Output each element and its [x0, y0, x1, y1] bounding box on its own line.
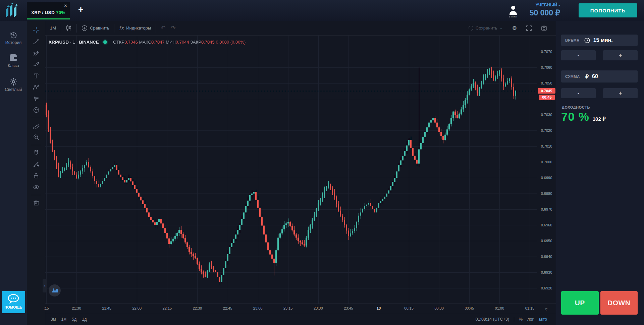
- time-tick-label: 22:15: [163, 306, 172, 310]
- chart-watermark-button[interactable]: [49, 284, 61, 296]
- legend-symbol: XRP/USD: [49, 40, 69, 45]
- range-1m[interactable]: 1м: [61, 317, 67, 322]
- time-plus-button[interactable]: +: [603, 50, 638, 60]
- user-menu[interactable]: START: [507, 5, 519, 18]
- forecast-tool[interactable]: [27, 93, 45, 104]
- clock-icon: [584, 38, 590, 43]
- amount-plus-button[interactable]: +: [603, 88, 638, 98]
- amount-steppers: - +: [561, 88, 638, 98]
- trade-panel: ВРЕМЯ 15 мин. - + СУММА ₽ 60 - + ДОХОДНО…: [556, 21, 644, 325]
- compare-button[interactable]: Сравнить: [77, 23, 114, 33]
- pitchfork-tool[interactable]: [27, 47, 45, 59]
- deposit-button[interactable]: ПОПОЛНИТЬ: [579, 3, 637, 17]
- range-1d[interactable]: 1д: [82, 317, 87, 322]
- candles-icon: [66, 25, 72, 32]
- chart-settings-button[interactable]: ⚙: [507, 23, 522, 33]
- account-type-dropdown[interactable]: УЧЕБНЫЙ ▾: [522, 3, 560, 7]
- time-axis[interactable]: :1521:3021:4522:0022:1522:3022:4523:0023…: [45, 304, 537, 313]
- fullscreen-button[interactable]: [522, 23, 536, 33]
- axis-settings-button[interactable]: ☼: [537, 304, 556, 313]
- price-tick-label: 0.6980: [537, 192, 556, 196]
- time-tick-label: 01:00: [495, 306, 504, 310]
- chart-toolbar: 1M Сравнить ƒx Индикаторы ↶ ↷ Сохранить …: [45, 21, 556, 36]
- zoom-in-tool[interactable]: [27, 131, 45, 143]
- text-tool[interactable]: [27, 70, 45, 82]
- visibility-tool[interactable]: [27, 181, 45, 193]
- sidebar-item-label: История: [0, 40, 27, 45]
- amount-minus-button[interactable]: -: [561, 88, 596, 98]
- range-5d[interactable]: 5д: [72, 317, 76, 322]
- sidebar-item-history[interactable]: История: [0, 28, 27, 48]
- market-status-icon: [103, 40, 107, 44]
- payout-label: ДОХОДНОСТЬ: [562, 105, 590, 109]
- wallet-icon: [0, 54, 27, 62]
- time-tick-label: 23:30: [314, 306, 323, 310]
- time-field-value: 15 мин.: [593, 37, 613, 43]
- ruble-icon: ₽: [585, 73, 589, 80]
- xabcd-pattern-tool[interactable]: [27, 82, 45, 93]
- indicators-button[interactable]: ƒx Индикаторы: [114, 23, 156, 33]
- legend-change: 0.0000 (0.00%): [216, 40, 246, 45]
- legend-exchange: BINANCE: [79, 40, 99, 45]
- brush-tool[interactable]: [27, 59, 45, 70]
- drawing-lock-tool[interactable]: [27, 159, 45, 170]
- user-icon: [507, 5, 519, 15]
- lock-tool[interactable]: [27, 170, 45, 181]
- chart-plot-area[interactable]: XRP/USD · 1 · BINANCE ОТКР0.7046 МАКС0.7…: [45, 36, 537, 304]
- price-axis[interactable]: 0.70700.70600.70500.70400.70300.70200.70…: [537, 36, 556, 304]
- compare-plus-icon: [82, 25, 88, 31]
- redo-button[interactable]: ↷: [170, 23, 180, 33]
- sidebar-item-label: Касса: [0, 63, 27, 68]
- interval-button[interactable]: 1M: [45, 23, 61, 33]
- price-tick-label: 0.6940: [537, 255, 556, 259]
- price-tick-label: 0.6920: [537, 286, 556, 290]
- time-field-label: ВРЕМЯ: [565, 38, 580, 42]
- trend-line-tool[interactable]: [27, 36, 45, 47]
- emoji-tool[interactable]: [27, 104, 45, 116]
- camera-icon: [541, 25, 547, 31]
- up-button[interactable]: UP: [561, 291, 599, 315]
- price-tick-label: 0.7010: [537, 144, 556, 148]
- crosshair-tool[interactable]: [27, 24, 45, 36]
- payout-amount: 102 ₽: [593, 116, 606, 122]
- magnet-tool[interactable]: [27, 147, 45, 159]
- time-tick-label: :15: [44, 306, 49, 310]
- price-tick-label: 0.7070: [537, 50, 556, 54]
- range-3m[interactable]: 3м: [51, 317, 56, 322]
- collapse-toolbar-handle[interactable]: ‹: [43, 279, 47, 292]
- log-scale-button[interactable]: лог: [527, 317, 534, 322]
- amount-field[interactable]: СУММА ₽ 60: [561, 70, 638, 83]
- price-tick-label: 0.6990: [537, 176, 556, 180]
- mountain-chart-icon: [51, 288, 58, 293]
- percent-scale-button[interactable]: %: [519, 317, 523, 322]
- time-tick-label: 13: [377, 306, 381, 310]
- time-minus-button[interactable]: -: [561, 50, 596, 60]
- history-icon: [0, 31, 27, 39]
- add-tab-button[interactable]: +: [76, 5, 86, 15]
- legend-high: 0.7047: [151, 40, 165, 45]
- fx-icon: ƒx: [119, 25, 124, 31]
- time-field[interactable]: ВРЕМЯ 15 мин.: [561, 35, 638, 46]
- close-tab-icon[interactable]: ✕: [64, 4, 67, 8]
- current-price-badge: 0.7045: [538, 88, 555, 94]
- undo-button[interactable]: ↶: [156, 23, 170, 33]
- fullscreen-icon: [526, 25, 532, 31]
- chart-style-button[interactable]: [61, 23, 76, 33]
- chart-legend: XRP/USD · 1 · BINANCE ОТКР0.7046 МАКС0.7…: [49, 40, 246, 45]
- trash-tool[interactable]: [27, 197, 45, 209]
- help-label: ПОМОЩЬ: [2, 305, 25, 309]
- balance-block[interactable]: УЧЕБНЫЙ ▾ 50 000 ₽: [522, 3, 560, 17]
- time-tick-label: 21:45: [102, 306, 111, 310]
- asset-tab[interactable]: ✕ XRP / USD70%: [27, 2, 70, 19]
- ruler-tool[interactable]: [27, 120, 45, 131]
- down-button[interactable]: DOWN: [600, 291, 638, 315]
- save-layout-button[interactable]: Сохранить ⌄: [464, 23, 507, 33]
- candlestick-chart[interactable]: [45, 36, 537, 304]
- sidebar-item-cashier[interactable]: Касса: [0, 51, 27, 71]
- app-logo-icon: [5, 2, 19, 19]
- auto-scale-button[interactable]: авто: [538, 317, 547, 322]
- help-button[interactable]: ПОМОЩЬ: [2, 291, 25, 313]
- sidebar-item-theme[interactable]: Светлый: [0, 74, 27, 95]
- screenshot-button[interactable]: [536, 23, 552, 33]
- start-label: START: [507, 15, 519, 18]
